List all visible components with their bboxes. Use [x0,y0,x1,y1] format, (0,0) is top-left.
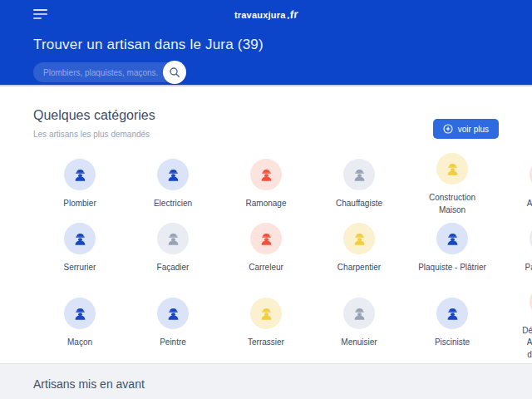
category-item[interactable]: Décorateur - Architecte d'intérieur [499,282,532,363]
category-grid: Plombier Electricien [33,154,499,363]
category-label: Serrurier [33,262,126,274]
search-box [33,62,185,82]
category-item[interactable]: Ramonage [219,154,313,215]
category-item[interactable]: Carreleur [219,215,313,282]
worker-icon [343,223,375,254]
category-item[interactable]: Plaquiste - Plâtrier [406,215,499,282]
categories-section: Quelques catégories Les artisans les plu… [0,86,532,363]
category-item[interactable]: Paysagiste [499,215,532,282]
category-item[interactable]: Electricien [126,154,219,215]
category-item[interactable]: Pisciniste [406,282,499,363]
category-label: Peintre [126,337,219,349]
category-label: Paysagiste [499,262,532,274]
category-label: Maçon [33,337,126,349]
category-label: Plaquiste - Plâtrier [406,262,499,274]
category-item[interactable]: Terrassier [219,282,313,363]
featured-section: Artisans mis en avant [0,363,532,399]
logo-suffix: .fr [286,7,298,21]
category-label: Carreleur [219,262,313,274]
worker-icon [436,298,468,329]
top-bar: travauxjura.fr [33,7,499,27]
worker-icon [157,159,189,190]
category-item[interactable]: Maçon [33,282,126,363]
featured-title: Artisans mis en avant [33,377,499,391]
category-label: Terrassier [219,337,313,349]
worker-icon [64,159,96,190]
search-input[interactable] [33,62,185,82]
category-item[interactable]: Construction Maison [406,154,499,215]
worker-icon [250,159,282,190]
category-item[interactable]: Charpentier [313,215,406,282]
category-item[interactable]: Menuisier [313,282,406,363]
page-title: Trouver un artisan dans le Jura (39) [33,37,499,53]
category-item[interactable]: Architecte [499,154,532,215]
worker-icon [157,223,189,254]
category-label: Electricien [126,198,219,210]
worker-icon [157,298,189,329]
voir-plus-label: voir plus [458,125,489,134]
category-label: Décorateur - Architecte d'intérieur [499,325,532,362]
category-label: Plombier [33,198,126,210]
worker-icon [343,159,375,190]
category-item[interactable]: Façadier [126,215,219,282]
worker-icon [343,298,375,329]
category-item[interactable]: Plombier [33,154,126,215]
hamburger-menu-icon[interactable] [33,9,47,19]
category-item[interactable]: Peintre [126,282,219,363]
category-label: Charpentier [313,262,406,274]
categories-title: Quelques catégories [33,108,499,123]
category-label: Chauffagiste [313,198,406,210]
worker-icon [64,223,96,254]
category-label: Menuisier [313,337,406,349]
category-label: Pisciniste [406,337,499,349]
search-button[interactable] [163,61,186,84]
hero-header: travauxjura.fr Trouver un artisan dans l… [0,0,532,86]
site-logo[interactable]: travauxjura.fr [234,8,298,21]
worker-icon [250,223,282,254]
category-label: Construction Maison [406,192,499,216]
worker-icon [250,298,282,329]
category-label: Architecte [499,198,532,210]
logo-text: travauxjura [234,10,286,20]
voir-plus-button[interactable]: voir plus [433,119,499,139]
category-item[interactable]: Serrurier [33,215,126,282]
plus-circle-icon [443,124,453,134]
worker-icon [436,153,468,185]
search-icon [169,66,180,78]
category-item[interactable]: Chauffagiste [313,154,406,215]
category-label: Façadier [126,262,219,274]
categories-subtitle: Les artisans les plus demandés [33,130,499,139]
category-label: Ramonage [219,198,313,210]
worker-icon [436,223,468,254]
worker-icon [64,298,96,329]
